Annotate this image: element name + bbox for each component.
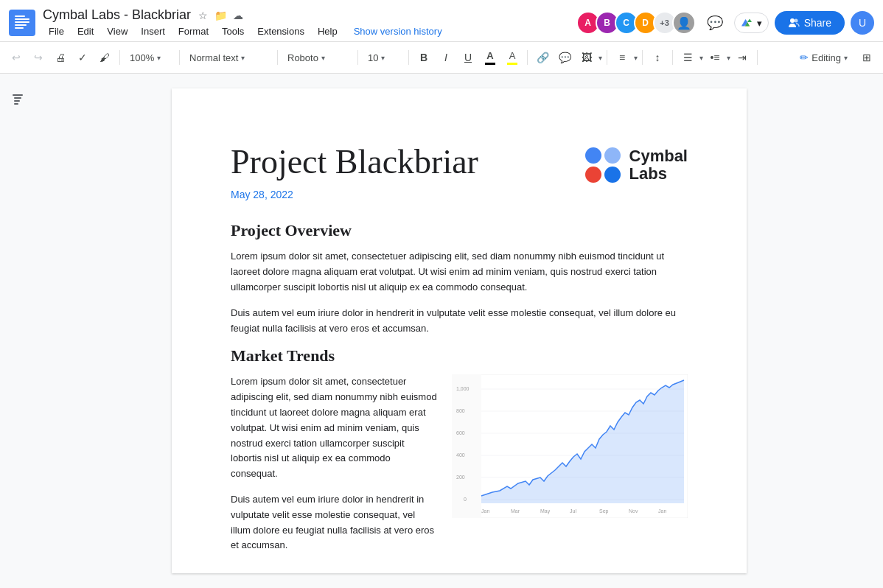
cymbal-logo: Cymbal Labs bbox=[585, 147, 688, 183]
market-text: Lorem ipsum dolor sit amet, consectetuer… bbox=[231, 374, 437, 564]
text-color-button[interactable]: A bbox=[480, 47, 500, 68]
menu-bar: File Edit View Insert Format Tools Exten… bbox=[43, 24, 576, 38]
avatar-anon[interactable]: 👤 bbox=[672, 11, 696, 35]
svg-rect-3 bbox=[15, 21, 29, 23]
divider-8 bbox=[642, 50, 643, 65]
italic-button[interactable]: I bbox=[436, 47, 456, 68]
align-arrow[interactable]: ▾ bbox=[634, 54, 638, 62]
overview-paragraph-2[interactable]: Duis autem vel eum iriure dolor in hendr… bbox=[231, 306, 688, 337]
divider-3 bbox=[277, 50, 278, 65]
sidebar-toggle bbox=[0, 74, 35, 588]
doc-date[interactable]: May 28, 2022 bbox=[231, 189, 688, 200]
svg-rect-5 bbox=[15, 27, 24, 29]
svg-rect-11 bbox=[14, 103, 18, 105]
menu-help[interactable]: Help bbox=[312, 24, 343, 38]
market-paragraph-1[interactable]: Lorem ipsum dolor sit amet, consectetuer… bbox=[231, 374, 437, 482]
svg-text:400: 400 bbox=[456, 452, 465, 458]
title-section: Cymbal Labs - Blackbriar ☆ 📁 ☁ File Edit… bbox=[43, 7, 576, 38]
line-spacing-button[interactable]: ↕ bbox=[647, 47, 668, 68]
list-button[interactable]: ☰ bbox=[677, 47, 698, 68]
bold-button[interactable]: B bbox=[413, 47, 434, 68]
indent-button[interactable]: ⇥ bbox=[732, 47, 753, 68]
svg-text:May: May bbox=[540, 508, 551, 514]
divider-7 bbox=[607, 50, 607, 65]
market-paragraph-2[interactable]: Duis autem vel eum iriure dolor in hendr… bbox=[231, 492, 437, 553]
divider-2 bbox=[179, 50, 180, 65]
underline-button[interactable]: U bbox=[458, 47, 478, 68]
menu-edit[interactable]: Edit bbox=[71, 24, 100, 38]
cymbal-name1: Cymbal bbox=[629, 147, 688, 165]
style-select[interactable]: Normal text ▾ bbox=[184, 47, 273, 68]
divider-9 bbox=[672, 50, 673, 65]
avatar-group: A B C D +3 👤 bbox=[576, 11, 696, 35]
share-button[interactable]: Share bbox=[775, 11, 845, 35]
paint-format-button[interactable]: 🖌 bbox=[94, 47, 115, 68]
size-value: 10 bbox=[368, 52, 378, 63]
editing-arrow: ▾ bbox=[844, 54, 848, 62]
svg-text:Nov: Nov bbox=[629, 508, 638, 514]
bullet-arrow[interactable]: ▾ bbox=[727, 54, 730, 62]
size-arrow: ▾ bbox=[381, 54, 385, 62]
outline-toggle-button[interactable] bbox=[7, 88, 28, 109]
undo-button[interactable]: ↩ bbox=[6, 47, 27, 68]
svg-text:200: 200 bbox=[456, 475, 465, 480]
print-button[interactable]: 🖨 bbox=[50, 47, 71, 68]
divider-1 bbox=[119, 50, 120, 65]
svg-text:600: 600 bbox=[456, 430, 465, 435]
list-arrow[interactable]: ▾ bbox=[699, 54, 703, 62]
section-heading-overview[interactable]: Project Overview bbox=[231, 221, 688, 240]
align-button[interactable]: ≡ bbox=[612, 47, 632, 68]
expand-button[interactable]: ⊞ bbox=[856, 47, 877, 68]
doc-page[interactable]: Project Blackbriar Cymbal bbox=[172, 88, 747, 573]
menu-file[interactable]: File bbox=[43, 24, 70, 38]
dot-blue-1 bbox=[585, 147, 601, 164]
link-button[interactable]: 🔗 bbox=[532, 47, 553, 68]
project-title[interactable]: Project Blackbriar bbox=[231, 141, 585, 182]
svg-text:Jul: Jul bbox=[570, 508, 576, 514]
folder-icon[interactable]: 📁 bbox=[213, 8, 228, 23]
menu-tools[interactable]: Tools bbox=[216, 24, 250, 38]
zoom-select[interactable]: 100% ▾ bbox=[125, 47, 175, 68]
svg-text:Mar: Mar bbox=[511, 508, 520, 514]
star-icon[interactable]: ☆ bbox=[195, 8, 210, 23]
version-history-link[interactable]: Show version history bbox=[354, 26, 442, 37]
divider-4 bbox=[357, 50, 358, 65]
dot-row-2 bbox=[585, 167, 621, 183]
doc-header-row: Project Blackbriar Cymbal bbox=[231, 141, 688, 183]
document-title[interactable]: Cymbal Labs - Blackbriar bbox=[43, 7, 191, 23]
section-heading-market[interactable]: Market Trends bbox=[231, 346, 688, 365]
cloud-icon[interactable]: ☁ bbox=[231, 8, 245, 23]
menu-view[interactable]: View bbox=[101, 24, 133, 38]
title-bar: Cymbal Labs - Blackbriar ☆ 📁 ☁ File Edit… bbox=[0, 0, 883, 41]
menu-format[interactable]: Format bbox=[172, 24, 214, 38]
size-select[interactable]: 10 ▾ bbox=[363, 47, 404, 68]
svg-text:0: 0 bbox=[464, 497, 467, 502]
doc-page-container: Project Blackbriar Cymbal bbox=[35, 74, 883, 588]
svg-text:800: 800 bbox=[456, 408, 465, 413]
drive-icon bbox=[741, 16, 754, 29]
title-top: Cymbal Labs - Blackbriar ☆ 📁 ☁ bbox=[43, 7, 576, 23]
font-arrow: ▾ bbox=[321, 54, 325, 62]
trend-chart-svg: 1,000 800 600 400 200 0 Jan Mar May Jul … bbox=[452, 374, 688, 518]
highlight-button[interactable]: A bbox=[502, 47, 523, 68]
drive-button[interactable]: ▾ bbox=[734, 13, 769, 33]
comment-button[interactable]: 💬 bbox=[702, 10, 728, 36]
menu-extensions[interactable]: Extensions bbox=[251, 24, 310, 38]
comment-inline-button[interactable]: 💬 bbox=[554, 47, 575, 68]
image-arrow[interactable]: ▾ bbox=[598, 54, 602, 62]
menu-insert[interactable]: Insert bbox=[135, 24, 171, 38]
svg-rect-13 bbox=[452, 374, 481, 518]
image-button[interactable]: 🖼 bbox=[576, 47, 597, 68]
overview-paragraph-1[interactable]: Lorem ipsum dolor sit amet, consectetuer… bbox=[231, 249, 688, 295]
dot-row-1 bbox=[585, 147, 621, 164]
user-avatar[interactable]: U bbox=[851, 11, 874, 35]
svg-rect-1 bbox=[15, 15, 25, 17]
outline-icon bbox=[11, 92, 24, 105]
spellcheck-button[interactable]: ✓ bbox=[72, 47, 93, 68]
font-select[interactable]: Roboto ▾ bbox=[282, 47, 353, 68]
pencil-icon: ✏ bbox=[800, 52, 809, 63]
redo-button[interactable]: ↪ bbox=[28, 47, 49, 68]
bullet-button[interactable]: •≡ bbox=[705, 47, 725, 68]
people-icon bbox=[788, 17, 800, 29]
editing-button[interactable]: ✏ Editing ▾ bbox=[792, 49, 855, 66]
